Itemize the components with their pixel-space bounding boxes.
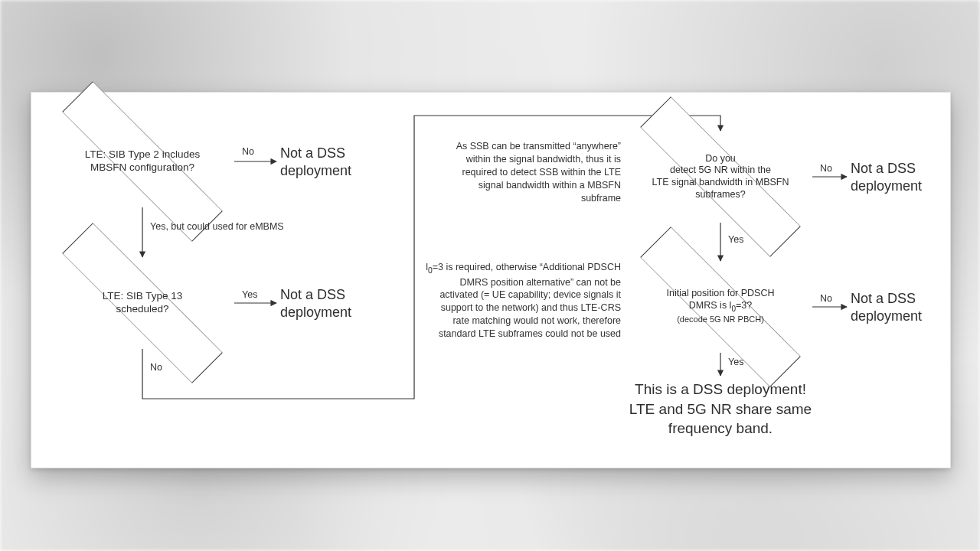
edge-label-no: No (820, 163, 832, 174)
edge-label-no: No (820, 293, 832, 304)
decision-detect-nr: Do you detect 5G NR within the LTE signa… (629, 131, 812, 223)
decision-label: LTE: SIB Type 13 scheduled? (51, 257, 234, 349)
flowchart-card: LTE: SIB Type 2 includes MBSFN configura… (31, 92, 951, 468)
n2-post: =3 is required, otherwise “Additional PD… (433, 262, 621, 339)
edge-label-no: No (242, 146, 254, 157)
d4-sublabel: (decode 5G NR PBCH) (677, 315, 764, 324)
result-not-dss-1: Not a DSS deployment (280, 145, 395, 181)
result-not-dss-2: Not a DSS deployment (280, 286, 395, 322)
decision-label: Initial position for PDSCH DMRS is l0=3?… (629, 261, 812, 353)
note-ssb: As SSB can be transmitted “anywhere” wit… (449, 140, 621, 204)
d4-post: =3? (736, 300, 752, 311)
edge-label-yes: Yes (728, 357, 743, 367)
d4-pre: Initial position for PDSCH DMRS is l (666, 288, 774, 311)
note-dmrs: l0=3 is required, otherwise “Additional … (424, 261, 621, 341)
edge-label-yes: Yes (242, 289, 257, 300)
edge-label-yes-embms: Yes, but could used for eMBMS (150, 221, 318, 232)
result-not-dss-4: Not a DSS deployment (851, 290, 942, 326)
final-conclusion: This is a DSS deployment! LTE and 5G NR … (606, 380, 835, 439)
decision-label: LTE: SIB Type 2 includes MBSFN configura… (51, 116, 234, 207)
decision-label: Do you detect 5G NR within the LTE signa… (629, 131, 812, 223)
edge-label-no: No (150, 362, 162, 373)
decision-mbsfn-config: LTE: SIB Type 2 includes MBSFN configura… (51, 116, 234, 207)
decision-dmrs-pos: Initial position for PDSCH DMRS is l0=3?… (629, 261, 812, 353)
result-not-dss-3: Not a DSS deployment (851, 160, 942, 196)
edge-label-yes: Yes (728, 234, 743, 245)
decision-sib13: LTE: SIB Type 13 scheduled? (51, 257, 234, 349)
